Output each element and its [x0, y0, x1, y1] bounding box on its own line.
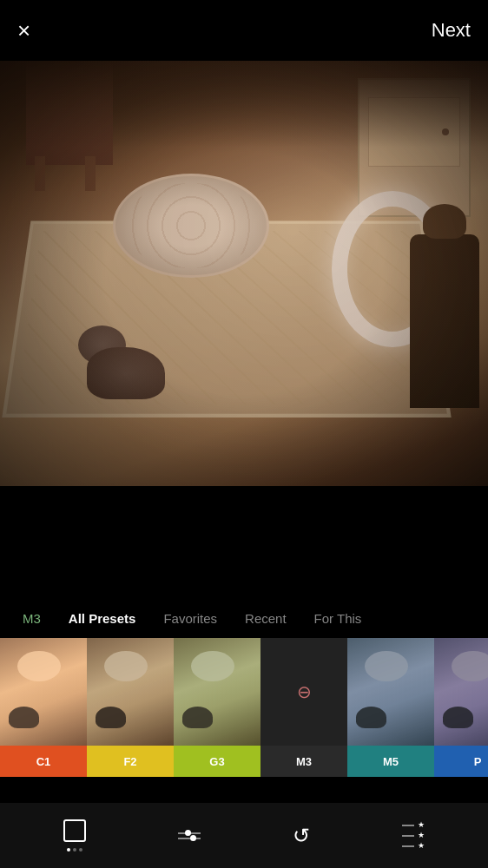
slider-line-1	[178, 832, 201, 834]
tabs-row: M3 All Presets Favorites Recent For This	[0, 599, 488, 638]
dot-3	[79, 848, 82, 852]
undo-icon: ↺	[293, 824, 310, 848]
preset-g3-bar: G3	[174, 746, 260, 777]
bottom-toolbar: ↺ ★ ★ ★	[0, 803, 488, 868]
photo-background	[0, 61, 488, 486]
spacer	[0, 486, 488, 599]
preset-f2-bar: F2	[87, 746, 174, 777]
preset-f2-thumb	[87, 638, 174, 746]
presets-strip: C1 F2 G3 ⊖ M3	[0, 638, 488, 777]
preset-g3[interactable]: G3	[174, 638, 260, 777]
photo-overlay	[0, 61, 488, 486]
preset-c1[interactable]: C1	[0, 638, 87, 777]
next-button[interactable]: Next	[432, 19, 471, 42]
dot-2	[73, 848, 76, 852]
preset-p[interactable]: P	[434, 638, 488, 777]
tab-favorites[interactable]: Favorites	[149, 604, 231, 633]
preset-p-thumb	[434, 638, 488, 746]
preset-m3-thumb: ⊖	[260, 638, 347, 746]
star-line-2: ★	[402, 832, 425, 839]
preset-m3[interactable]: ⊖ M3	[260, 638, 347, 777]
main-photo	[0, 61, 488, 486]
tab-m3[interactable]: M3	[9, 604, 55, 633]
preset-m5-bar: M5	[347, 746, 434, 777]
preset-g3-thumb	[174, 638, 260, 746]
adjust-icon	[178, 832, 201, 839]
adjust-button[interactable]	[178, 832, 201, 839]
preset-c1-thumb	[0, 638, 87, 746]
presets-icon: ★ ★ ★	[402, 821, 425, 850]
preset-m5-thumb	[347, 638, 434, 746]
preset-f2[interactable]: F2	[87, 638, 174, 777]
tab-all-presets[interactable]: All Presets	[55, 604, 150, 633]
preset-m5[interactable]: M5	[347, 638, 434, 777]
dot-1	[67, 848, 70, 852]
pin-icon: ⊖	[297, 681, 312, 702]
header: × Next	[0, 0, 488, 61]
star-line-1: ★	[402, 821, 425, 829]
frame-button[interactable]	[63, 819, 86, 852]
tab-recent[interactable]: Recent	[231, 604, 300, 633]
presets-button[interactable]: ★ ★ ★	[402, 821, 425, 850]
close-button[interactable]: ×	[17, 17, 30, 44]
preset-c1-bar: C1	[0, 746, 87, 777]
tab-for-this[interactable]: For This	[300, 604, 376, 633]
undo-button[interactable]: ↺	[293, 824, 310, 848]
frame-icon	[63, 819, 86, 842]
slider-line-2	[178, 838, 201, 839]
preset-m3-bar: M3	[260, 746, 347, 777]
star-line-3: ★	[402, 842, 425, 850]
preset-p-bar: P	[434, 746, 488, 777]
frame-dots	[67, 848, 82, 852]
